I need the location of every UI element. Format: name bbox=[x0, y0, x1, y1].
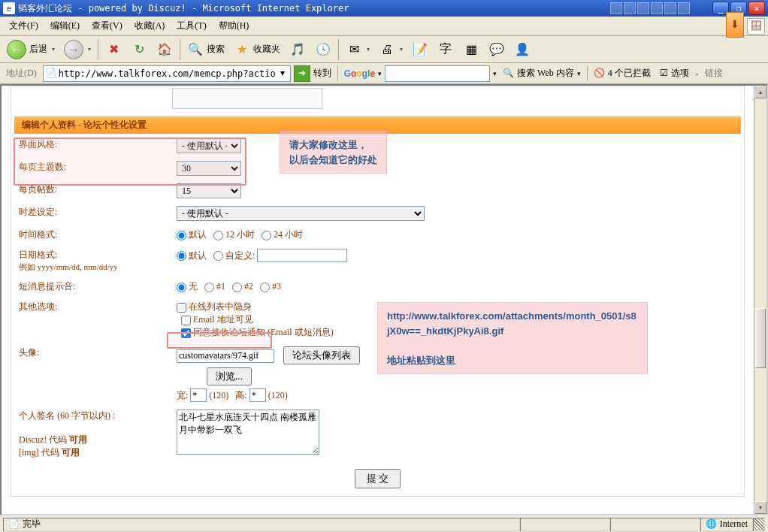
tool-icon[interactable] bbox=[610, 2, 622, 14]
stop-button[interactable]: ✖ bbox=[101, 38, 125, 61]
back-arrow-icon: ← bbox=[7, 40, 26, 59]
back-label: 后退 bbox=[29, 43, 47, 56]
google-search-input[interactable] bbox=[385, 65, 490, 82]
go-label: 转到 bbox=[313, 67, 331, 80]
chevron-icon[interactable]: » bbox=[695, 69, 699, 77]
search-label: 搜索 bbox=[207, 43, 225, 56]
popup-blocked-button[interactable]: 🚫4 个已拦截 bbox=[591, 67, 654, 80]
address-bar: 地址(D) 📄 ▾ ➜ 转到 Google ▾ ▾ 🔍搜索 Web 内容▾ 🚫4… bbox=[0, 63, 768, 84]
discuss-button[interactable]: 💬 bbox=[485, 38, 509, 61]
windows-flag-icon: 🪟 bbox=[747, 18, 765, 35]
go-button[interactable]: ➜ bbox=[294, 65, 310, 82]
home-button[interactable]: 🏠 bbox=[153, 38, 177, 61]
tool-button[interactable]: ▦ bbox=[459, 38, 483, 61]
links-label[interactable]: 链接 bbox=[702, 67, 726, 80]
divider bbox=[587, 66, 588, 81]
url-dropdown-icon[interactable]: ▾ bbox=[277, 68, 289, 79]
encoding-button[interactable]: 字 bbox=[434, 38, 458, 61]
page-favicon-icon: 📄 bbox=[45, 68, 57, 80]
window-title: 韬客外汇论坛 - powered by Discuz! - Microsoft … bbox=[18, 2, 610, 15]
tool-icon[interactable] bbox=[624, 2, 636, 14]
tool-icon[interactable] bbox=[678, 2, 690, 14]
back-button[interactable]: ← 后退 ▾ bbox=[3, 38, 59, 61]
forward-button[interactable]: → ▾ bbox=[60, 38, 95, 61]
tool-icon[interactable] bbox=[651, 2, 663, 14]
favorites-button[interactable]: ★收藏夹 bbox=[230, 38, 284, 61]
menu-help[interactable]: 帮助(H) bbox=[213, 17, 255, 35]
media-button[interactable]: 🎵 bbox=[286, 38, 310, 61]
divider bbox=[180, 39, 180, 60]
divider bbox=[337, 66, 338, 81]
address-label: 地址(D) bbox=[3, 67, 40, 80]
menu-favorites[interactable]: 收藏(A) bbox=[129, 17, 171, 35]
history-button[interactable]: 🕓 bbox=[311, 38, 335, 61]
divider bbox=[338, 39, 339, 60]
forward-arrow-icon: → bbox=[64, 40, 83, 59]
google-logo: Google bbox=[344, 68, 375, 79]
refresh-button[interactable]: ↻ bbox=[127, 38, 151, 61]
search-web-button[interactable]: 🔍搜索 Web 内容▾ bbox=[500, 67, 584, 80]
url-input[interactable] bbox=[59, 68, 275, 79]
options-button[interactable]: ☑选项 bbox=[657, 67, 692, 80]
menubar: 文件(F) 编辑(E) 查看(V) 收藏(A) 工具(T) 帮助(H) ⬇ 🪟 bbox=[0, 17, 768, 36]
download-icon[interactable]: ⬇ bbox=[726, 12, 744, 38]
favorites-label: 收藏夹 bbox=[253, 43, 280, 56]
url-combobox[interactable]: 📄 ▾ bbox=[43, 65, 291, 82]
tool-icon[interactable] bbox=[637, 2, 649, 14]
title-custom-tools bbox=[610, 2, 690, 14]
edit-button[interactable]: 📝 bbox=[408, 38, 432, 61]
mail-button[interactable]: ✉▾ bbox=[342, 38, 373, 61]
messenger-button[interactable]: 👤 bbox=[510, 38, 534, 61]
menu-tools[interactable]: 工具(T) bbox=[171, 17, 212, 35]
search-button[interactable]: 🔍搜索 bbox=[183, 38, 228, 61]
menu-file[interactable]: 文件(F) bbox=[3, 17, 44, 35]
tool-icon[interactable] bbox=[664, 2, 676, 14]
menu-view[interactable]: 查看(V) bbox=[86, 17, 129, 35]
print-button[interactable]: 🖨▾ bbox=[375, 38, 407, 61]
close-button[interactable]: ✕ bbox=[748, 2, 765, 15]
toolbar: ← 后退 ▾ → ▾ ✖ ↻ 🏠 🔍搜索 ★收藏夹 🎵 🕓 ✉▾ 🖨▾ 📝 字 … bbox=[0, 36, 768, 63]
ie-icon: e bbox=[3, 2, 15, 14]
divider bbox=[98, 39, 98, 60]
menu-edit[interactable]: 编辑(E) bbox=[44, 17, 86, 35]
window-titlebar: e 韬客外汇论坛 - powered by Discuz! - Microsof… bbox=[0, 0, 768, 17]
